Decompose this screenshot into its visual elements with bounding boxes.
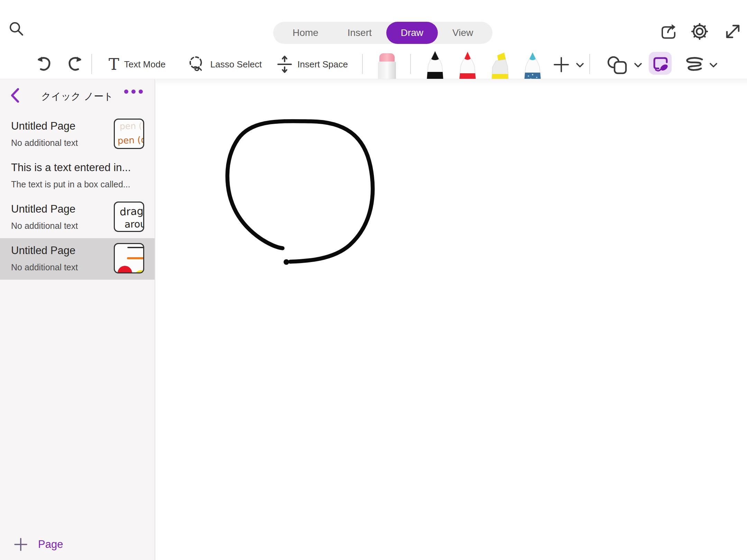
- undo-icon: [35, 55, 53, 74]
- tab-home[interactable]: Home: [278, 22, 333, 44]
- plus-icon: [14, 538, 28, 551]
- toolbar-divider: [362, 54, 363, 74]
- ink-effects-dropdown[interactable]: [708, 62, 719, 68]
- section-more-button[interactable]: [124, 90, 143, 94]
- page-thumbnail: drag arou: [114, 202, 144, 232]
- teal-pen-tool[interactable]: [522, 50, 544, 79]
- shapes-button[interactable]: [606, 55, 629, 75]
- note-canvas[interactable]: [156, 79, 747, 560]
- page-subtitle: No additional text: [11, 138, 111, 148]
- black-pen-icon: [424, 50, 446, 79]
- page-thumbnail: pen (b pen (ora: [114, 119, 144, 149]
- tab-insert[interactable]: Insert: [333, 22, 386, 44]
- tab-view[interactable]: View: [438, 22, 488, 44]
- settings-button[interactable]: [690, 21, 710, 41]
- page-list-item[interactable]: This is a text entered in... The text is…: [0, 155, 155, 197]
- text-mode-label: Text Mode: [124, 59, 166, 70]
- undo-button[interactable]: [35, 55, 53, 74]
- eraser-icon: [377, 53, 397, 79]
- yellow-highlighter-tool[interactable]: [489, 50, 511, 79]
- ink-annotate-icon: [651, 54, 670, 73]
- top-toolbar: Home Insert Draw View: [0, 0, 747, 79]
- shapes-icon: [606, 55, 629, 75]
- page-list: Untitled Page No additional text pen (b …: [0, 114, 155, 280]
- insert-space-label: Insert Space: [297, 59, 348, 70]
- insert-space-button[interactable]: Insert Space: [277, 52, 348, 77]
- page-thumbnail: [114, 243, 144, 273]
- yellow-highlighter-icon: [489, 50, 511, 79]
- toolbar-divider: [589, 54, 590, 74]
- add-page-button[interactable]: Page: [0, 529, 155, 560]
- search-button[interactable]: [8, 20, 26, 38]
- shapes-dropdown[interactable]: [633, 62, 643, 68]
- page-title: Untitled Page: [11, 203, 108, 215]
- red-pen-tool[interactable]: [456, 50, 479, 79]
- chevron-down-icon: [708, 62, 719, 68]
- ink-stroke-circle: [156, 79, 747, 560]
- gear-icon: [690, 21, 710, 41]
- red-pen-icon: [456, 50, 479, 79]
- page-list-item-selected[interactable]: Untitled Page No additional text: [0, 238, 155, 280]
- page-subtitle: No additional text: [11, 221, 111, 231]
- lasso-select-label: Lasso Select: [210, 59, 262, 70]
- redo-icon: [66, 55, 84, 74]
- toolbar-divider: [91, 54, 92, 74]
- text-mode-button[interactable]: T Text Mode: [109, 52, 166, 77]
- lasso-select-button[interactable]: Lasso Select: [187, 52, 262, 77]
- share-button[interactable]: [659, 22, 678, 41]
- page-subtitle: No additional text: [11, 262, 111, 272]
- plus-icon: [553, 56, 570, 73]
- tab-draw[interactable]: Draw: [386, 22, 438, 44]
- squiggle-icon: [682, 57, 705, 73]
- toolbar-divider: [410, 54, 411, 74]
- share-icon: [659, 22, 678, 41]
- expand-icon: [723, 22, 742, 41]
- insert-space-icon: [277, 55, 293, 74]
- add-pen-button[interactable]: [553, 56, 570, 73]
- fullscreen-button[interactable]: [723, 22, 742, 41]
- search-icon: [8, 20, 26, 38]
- text-mode-icon: T: [109, 56, 119, 72]
- lasso-select-icon: [187, 55, 205, 74]
- page-list-item[interactable]: Untitled Page No additional text pen (b …: [0, 114, 155, 155]
- page-title: Untitled Page: [11, 120, 108, 132]
- sidebar-header: クイック ノート: [0, 79, 155, 114]
- ellipsis-icon: [124, 90, 128, 94]
- page-title: This is a text entered in...: [11, 161, 149, 174]
- redo-button[interactable]: [66, 55, 84, 74]
- eraser-tool[interactable]: [377, 53, 397, 79]
- ribbon-tabs: Home Insert Draw View: [273, 22, 492, 44]
- page-subtitle: The text is put in a box called...: [11, 179, 149, 189]
- chevron-down-icon: [633, 62, 643, 68]
- teal-pen-icon: [522, 50, 544, 79]
- page-list-item[interactable]: Untitled Page No additional text drag ar…: [0, 197, 155, 238]
- ink-effects-button[interactable]: [682, 57, 705, 73]
- ink-annotate-button[interactable]: [649, 52, 672, 75]
- chevron-down-icon: [575, 62, 585, 68]
- add-page-label: Page: [38, 538, 63, 551]
- page-title: Untitled Page: [11, 244, 108, 257]
- toolbar-shadow: [156, 79, 747, 85]
- black-pen-tool[interactable]: [424, 50, 446, 79]
- page-list-sidebar: クイック ノート Untitled Page No additional tex…: [0, 79, 155, 560]
- add-pen-dropdown[interactable]: [575, 62, 585, 68]
